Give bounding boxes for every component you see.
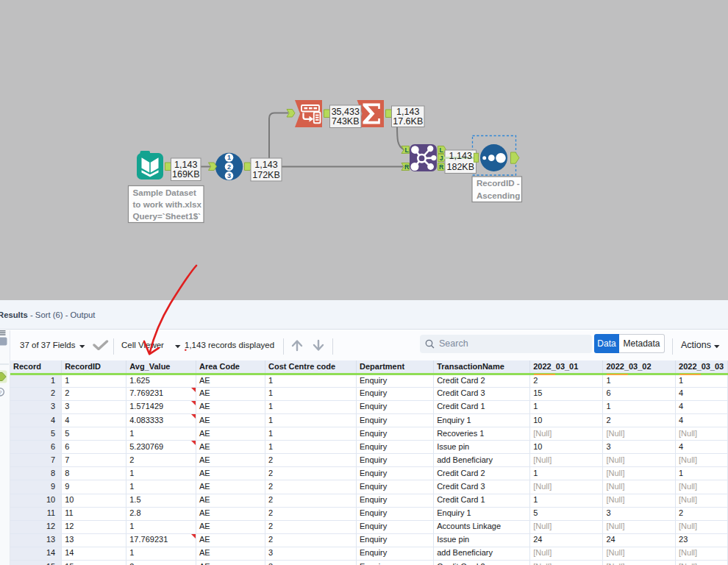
svg-text:1: 1	[227, 154, 231, 161]
svg-text:743KB: 743KB	[332, 116, 360, 127]
svg-text:35,433: 35,433	[332, 107, 360, 117]
svg-text:169KB: 169KB	[172, 169, 200, 180]
svg-text:2: 2	[227, 163, 231, 171]
svg-text:J: J	[440, 154, 443, 162]
svg-text:1,143: 1,143	[174, 160, 197, 170]
svg-text:1,143: 1,143	[449, 151, 472, 161]
svg-text:1,143: 1,143	[254, 160, 277, 170]
svg-text:L: L	[439, 146, 443, 154]
svg-text:Ascending: Ascending	[477, 191, 520, 200]
svg-text:172KB: 172KB	[252, 170, 280, 180]
svg-text:3: 3	[227, 172, 231, 180]
svg-text:RecordID -: RecordID -	[477, 178, 520, 188]
svg-text:R: R	[404, 163, 409, 171]
svg-text:?: ?	[0, 389, 2, 396]
svg-text:Sample Dataset: Sample Dataset	[133, 188, 196, 197]
svg-text:R: R	[439, 163, 443, 171]
svg-text:Query=`Sheet1$`: Query=`Sheet1$`	[133, 211, 201, 221]
svg-text:L: L	[404, 146, 408, 154]
svg-text:1,143: 1,143	[396, 107, 419, 117]
svg-text:17.6KB: 17.6KB	[393, 116, 423, 127]
svg-text:182KB: 182KB	[446, 162, 474, 172]
svg-text:to work with.xlsx: to work with.xlsx	[133, 199, 202, 209]
